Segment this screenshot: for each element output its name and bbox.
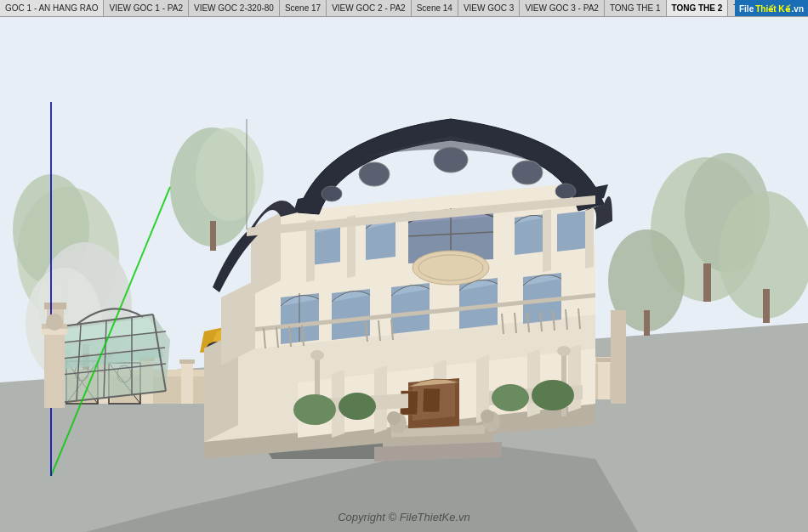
tab-view1-pa2[interactable]: VIEW GOC 1 - PA2: [104, 0, 189, 16]
tab-view3[interactable]: VIEW GOC 3: [458, 0, 520, 16]
logo-area: File Thiết Kế .vn: [735, 0, 808, 17]
svg-point-157: [555, 184, 576, 199]
svg-marker-104: [527, 349, 540, 417]
svg-point-147: [413, 251, 489, 285]
svg-point-153: [359, 162, 390, 186]
svg-rect-17: [644, 310, 650, 336]
svg-rect-13: [703, 263, 711, 302]
tab-view3-pa2[interactable]: VIEW GOC 3 - PA2: [520, 0, 605, 16]
tab-scene14[interactable]: Scene 14: [412, 0, 458, 16]
main-viewport: VILLA HAM LONG VU: [0, 17, 808, 532]
svg-rect-74: [44, 303, 66, 309]
logo-box: File Thiết Kế .vn: [735, 0, 808, 17]
render-area: VILLA HAM LONG VU: [0, 17, 808, 532]
tab-tong1[interactable]: TONG THE 1: [605, 0, 667, 16]
svg-rect-109: [423, 388, 441, 412]
svg-point-171: [293, 394, 336, 425]
svg-point-177: [387, 411, 401, 425]
svg-point-166: [46, 314, 63, 331]
svg-point-172: [339, 393, 376, 420]
svg-point-174: [532, 380, 574, 410]
tab-tong2[interactable]: TONG THE 2: [667, 0, 729, 16]
tab-view2-320[interactable]: VIEW GOC 2-320-80: [189, 0, 280, 16]
svg-marker-152: [585, 206, 594, 269]
svg-rect-29: [181, 362, 193, 404]
svg-rect-30: [179, 359, 195, 364]
svg-rect-64: [598, 360, 610, 399]
tab-view2-pa2[interactable]: VIEW GOC 2 - PA2: [327, 0, 412, 16]
logo-thietke-text: Thiết Kế: [755, 4, 789, 14]
svg-point-156: [321, 186, 342, 201]
svg-rect-75: [611, 310, 626, 404]
svg-point-155: [512, 161, 543, 184]
logo-vn-text: .vn: [792, 4, 804, 14]
svg-point-170: [557, 346, 571, 356]
svg-rect-15: [763, 289, 770, 323]
svg-rect-163: [44, 331, 65, 408]
tab-bar: GOC 1 - AN HANG RAOVIEW GOC 1 - PA2VIEW …: [0, 0, 808, 17]
logo-file-text: File: [739, 4, 754, 14]
svg-marker-146: [557, 211, 587, 252]
building-svg: VILLA HAM LONG VU: [0, 17, 808, 532]
svg-point-9: [196, 127, 264, 221]
svg-rect-65: [596, 358, 612, 362]
svg-point-168: [310, 350, 324, 360]
tab-goc1[interactable]: GOC 1 - AN HANG RAO: [0, 0, 104, 16]
svg-marker-151: [543, 209, 551, 272]
svg-point-154: [434, 147, 468, 173]
svg-point-173: [492, 384, 529, 411]
svg-rect-10: [210, 221, 216, 251]
svg-point-179: [481, 410, 494, 423]
tab-scene17[interactable]: Scene 17: [280, 0, 327, 16]
